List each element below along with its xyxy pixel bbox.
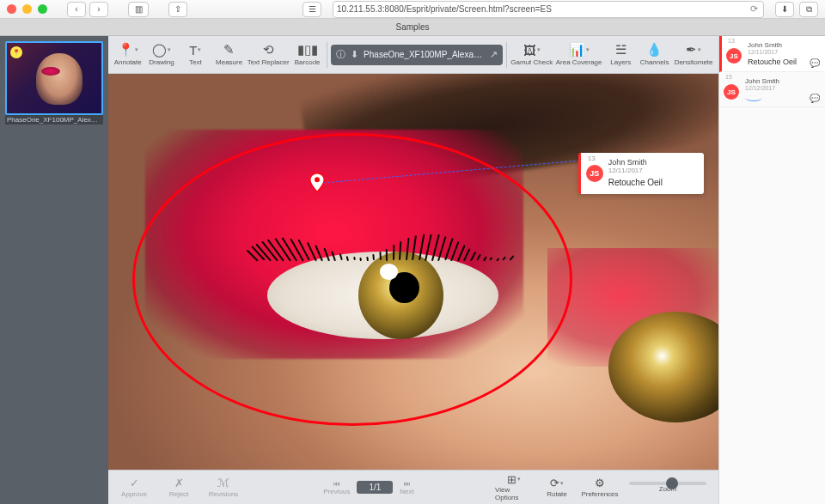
url-text: 10.211.55.3:8080/Esprit/private/Screen.h… (337, 4, 552, 14)
ruler-icon: ✎ (223, 43, 235, 57)
back-button[interactable]: ‹ (67, 2, 86, 17)
thumbnail-image: 📍 (5, 41, 103, 115)
next-icon: ⏭ (404, 480, 411, 488)
annotation-comment-card[interactable]: 13 JS John Smith 12/11/2017 Retouche Oei… (578, 153, 704, 194)
densitometer-tool[interactable]: ✒▾Densitomete (672, 38, 715, 72)
svg-point-0 (315, 178, 320, 183)
gear-icon: ⚙ (595, 477, 605, 489)
reload-icon[interactable]: ⟳ (750, 3, 758, 15)
comment-number: 15 (725, 74, 732, 80)
revisions-button[interactable]: ℳRevisions (205, 477, 242, 498)
rotate-icon: ⟳▾ (550, 477, 564, 489)
top-toolbar: 📍▾Annotate ◯▾Drawing T▾Text ✎Measure ⟲Te… (108, 36, 718, 74)
barcode-icon: ▮▯▮ (297, 43, 318, 57)
thumbnail-item[interactable]: 📍 PhaseOne_XF100MP_Alexander-Fle… (5, 41, 103, 124)
canvas[interactable]: 13 JS John Smith 12/11/2017 Retouche Oei… (108, 74, 718, 470)
comment-date: 12/11/2017 (748, 49, 820, 55)
reader-button[interactable]: ☰ (302, 2, 321, 17)
sidebar-toggle-button[interactable]: ▥ (128, 2, 149, 17)
comment-number: 13 (728, 38, 735, 44)
check-icon: ✓ (130, 477, 139, 489)
avatar: JS (724, 84, 739, 100)
text-tool[interactable]: T▾Text (180, 38, 211, 72)
bottom-toolbar: ✓Approve ✗Reject ℳRevisions ⏮Previous 1/… (108, 470, 718, 504)
maximize-window-button[interactable] (38, 4, 47, 14)
comment-number: 13 (588, 155, 596, 162)
scribble-preview (745, 94, 762, 101)
file-indicator[interactable]: ⓘ ⬇ PhaseOne_XF100MP_Alexander-Flemming.… (331, 45, 503, 65)
url-bar[interactable]: 10.211.55.3:8080/Esprit/private/Screen.h… (333, 1, 764, 18)
avatar: JS (726, 48, 742, 64)
previous-button[interactable]: ⏮Previous (323, 480, 350, 495)
area-coverage-tool[interactable]: 📊▾Area Coverage (555, 38, 603, 72)
barcode-tool[interactable]: ▮▯▮Barcode (291, 38, 323, 72)
droplet-icon: 💧 (646, 43, 663, 57)
downloads-button[interactable]: ⬇ (775, 2, 794, 17)
macos-titlebar: ‹ › ▥ ⇪ ☰ 10.211.55.3:8080/Esprit/privat… (0, 0, 825, 19)
drawing-tool[interactable]: ◯▾Drawing (145, 38, 177, 72)
text-replacer-tool[interactable]: ⟲Text Replacer (247, 38, 290, 72)
revisions-icon: ℳ (217, 477, 229, 489)
channels-tool[interactable]: 💧Channels (639, 38, 670, 72)
circle-icon: ◯▾ (152, 43, 171, 57)
info-icon[interactable]: ⓘ (336, 48, 345, 61)
preferences-button[interactable]: ⚙Preferences (581, 477, 619, 498)
thumbnail-filename: PhaseOne_XF100MP_Alexander-Fle… (5, 115, 103, 124)
chart-icon: 📊▾ (569, 43, 590, 57)
comment-text: Retouche Oeil (608, 178, 697, 187)
next-button[interactable]: ⏭Next (400, 480, 413, 495)
text-icon: T▾ (189, 43, 201, 57)
window-controls (7, 4, 47, 14)
avatar: JS (586, 165, 603, 182)
separator (506, 42, 507, 68)
replace-icon: ⟲ (263, 43, 274, 57)
comment-user: John Smith (748, 41, 820, 49)
pin-badge-icon: 📍 (10, 46, 22, 58)
approve-button[interactable]: ✓Approve (115, 477, 153, 498)
image-icon: 🖼▾ (523, 43, 541, 57)
annotation-ellipse[interactable] (132, 133, 571, 426)
reply-icon[interactable]: 💬 (810, 58, 820, 68)
page-indicator: 1/1 (357, 481, 393, 494)
forward-button[interactable]: › (89, 2, 108, 17)
zoom-control: Zoom (624, 482, 712, 493)
comment-date: 12/12/2017 (745, 85, 820, 91)
thumbnail-sidebar: 📍 PhaseOne_XF100MP_Alexander-Fle… (0, 36, 108, 504)
share-button[interactable]: ⇪ (168, 2, 187, 17)
reject-button[interactable]: ✗Reject (160, 477, 198, 498)
comment-item[interactable]: 13 JS John Smith 12/11/2017 Retouche Oei… (719, 36, 825, 72)
zoom-slider[interactable] (629, 482, 706, 485)
browser-tab[interactable]: Samples (0, 19, 825, 36)
rotate-button[interactable]: ⟳▾Rotate (538, 477, 576, 498)
open-filename: PhaseOne_XF100MP_Alexander-Flemming.tif (364, 50, 485, 59)
annotate-tool[interactable]: 📍▾Annotate (112, 38, 144, 72)
reply-icon[interactable]: 💬 (810, 94, 820, 103)
layers-tool[interactable]: ☱Layers (605, 38, 637, 72)
view-icon: ⊞▾ (507, 473, 521, 485)
x-icon: ✗ (174, 477, 184, 489)
外link-icon[interactable]: ↗ (490, 49, 498, 60)
pin-icon: 📍▾ (118, 43, 138, 57)
close-window-button[interactable] (7, 4, 16, 14)
annotation-pin[interactable] (309, 173, 325, 193)
layers-icon: ☱ (615, 43, 626, 57)
comment-user: John Smith (608, 158, 697, 167)
measure-tool[interactable]: ✎Measure (213, 38, 245, 72)
download-icon[interactable]: ⬇ (351, 49, 358, 60)
prev-icon: ⏮ (333, 480, 340, 488)
comments-panel: 13 JS John Smith 12/11/2017 Retouche Oei… (718, 36, 825, 504)
gamut-check-tool[interactable]: 🖼▾Gamut Check (510, 38, 553, 72)
tabs-button[interactable]: ⧉ (799, 2, 818, 17)
tab-title: Samples (396, 22, 430, 32)
minimize-window-button[interactable] (22, 4, 32, 14)
comment-date: 12/11/2017 (608, 167, 697, 174)
eyedropper-icon: ✒▾ (686, 43, 701, 57)
comment-user: John Smith (745, 77, 820, 85)
comment-item[interactable]: 15 JS John Smith 12/12/2017 💬 (719, 72, 825, 107)
view-options-button[interactable]: ⊞▾View Options (495, 473, 533, 501)
separator (327, 42, 327, 68)
